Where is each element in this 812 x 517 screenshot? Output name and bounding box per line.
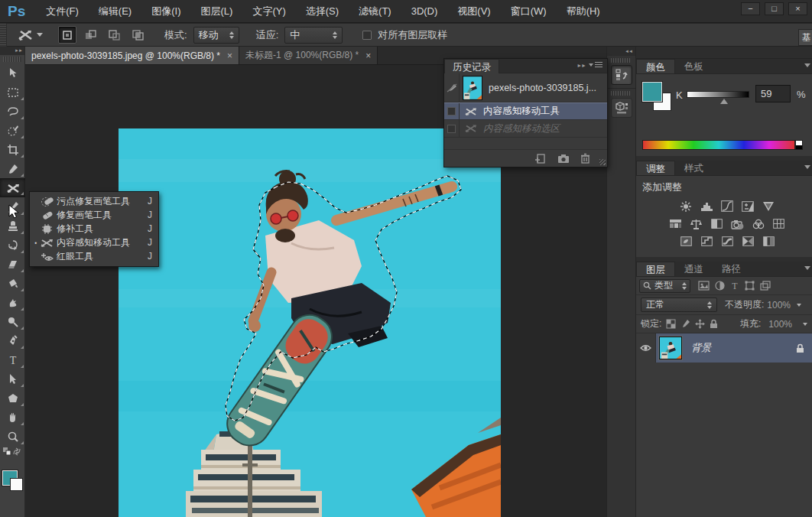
menu-edit[interactable]: 编辑(E) bbox=[89, 0, 141, 23]
panel-resize-grip[interactable] bbox=[599, 159, 606, 165]
menu-layer[interactable]: 图层(L) bbox=[190, 0, 242, 23]
photo-filter-icon[interactable] bbox=[731, 218, 745, 229]
k-slider-thumb[interactable] bbox=[720, 99, 728, 104]
history-panel-header[interactable]: 历史记录 ►► bbox=[444, 59, 607, 73]
panel-menu-icon[interactable] bbox=[804, 165, 810, 169]
selective-color-icon[interactable] bbox=[762, 236, 775, 247]
menu-window[interactable]: 窗口(W) bbox=[501, 0, 557, 23]
gradient-map-icon[interactable] bbox=[741, 236, 755, 247]
history-entry-disabled[interactable]: 内容感知移动选区 bbox=[444, 120, 607, 138]
lock-all-icon[interactable] bbox=[710, 319, 718, 329]
toolbar-collapse-button[interactable]: ►► bbox=[0, 47, 24, 55]
workspace-button[interactable]: 基 bbox=[798, 29, 812, 46]
document-tab-2[interactable]: 未标题-1 @ 100%(RGB/8) * × bbox=[239, 47, 378, 64]
history-snapshot-row[interactable]: pexels-photo-3039185.j... bbox=[444, 73, 607, 102]
dodge-tool[interactable] bbox=[0, 312, 25, 331]
lasso-tool[interactable] bbox=[0, 102, 25, 121]
menu-select[interactable]: 选择(S) bbox=[296, 0, 349, 23]
shape-tool[interactable] bbox=[0, 389, 25, 408]
filter-pixel-layers-icon[interactable] bbox=[698, 281, 710, 291]
color-spectrum-ramp[interactable] bbox=[642, 140, 795, 150]
filter-type-layers-icon[interactable]: T bbox=[730, 281, 739, 291]
tab-channels[interactable]: 通道 bbox=[675, 262, 713, 276]
crop-tool[interactable] bbox=[0, 140, 25, 159]
panel-menu-icon[interactable] bbox=[804, 63, 810, 67]
close-icon[interactable]: × bbox=[227, 50, 232, 61]
levels-icon[interactable] bbox=[700, 200, 713, 212]
new-selection-button[interactable] bbox=[58, 26, 76, 44]
options-bar-grip[interactable] bbox=[0, 24, 7, 47]
lock-transparency-icon[interactable] bbox=[666, 319, 676, 329]
new-snapshot-camera-icon[interactable] bbox=[557, 154, 570, 164]
properties-panel-button[interactable] bbox=[611, 98, 632, 118]
k-slider[interactable] bbox=[687, 91, 749, 98]
hue-saturation-icon[interactable] bbox=[669, 218, 683, 229]
eyedropper-tool[interactable] bbox=[0, 159, 25, 178]
menu-image[interactable]: 图像(I) bbox=[141, 0, 190, 23]
rectangular-marquee-tool[interactable] bbox=[0, 83, 25, 102]
k-value-input[interactable]: 59 bbox=[755, 85, 791, 102]
black-white-icon[interactable] bbox=[710, 218, 724, 229]
tab-layers[interactable]: 图层 bbox=[636, 262, 675, 276]
minimize-button[interactable]: − bbox=[741, 2, 760, 15]
maximize-button[interactable]: □ bbox=[765, 2, 784, 15]
zoom-tool[interactable] bbox=[0, 427, 25, 446]
layer-filter-type-select[interactable]: 类型 bbox=[639, 279, 690, 293]
filter-smart-objects-icon[interactable] bbox=[760, 281, 771, 291]
content-aware-move-tool[interactable] bbox=[0, 178, 25, 197]
canvas[interactable] bbox=[119, 128, 501, 517]
fill-value[interactable]: 100% bbox=[768, 319, 792, 330]
posterize-icon[interactable] bbox=[700, 236, 713, 247]
menu-filter[interactable]: 滤镜(T) bbox=[349, 0, 401, 23]
history-panel-button[interactable] bbox=[611, 65, 632, 85]
curves-icon[interactable] bbox=[720, 200, 734, 212]
lock-pixels-icon[interactable] bbox=[680, 319, 690, 329]
pen-tool[interactable] bbox=[0, 331, 25, 350]
menu-help[interactable]: 帮助(H) bbox=[557, 0, 610, 23]
gradient-tool[interactable] bbox=[0, 274, 25, 293]
close-icon[interactable]: × bbox=[365, 50, 371, 61]
swap-colors-icon[interactable] bbox=[12, 447, 21, 456]
menu-item-spot-healing-brush[interactable]: 污点修复画笔工具 J bbox=[30, 194, 158, 208]
brightness-contrast-icon[interactable] bbox=[679, 200, 693, 212]
fit-select[interactable]: 中 bbox=[284, 27, 343, 44]
vibrance-icon[interactable] bbox=[762, 200, 775, 212]
menu-item-content-aware-move[interactable]: ▪ 内容感知移动工具 J bbox=[30, 236, 158, 249]
close-button[interactable]: × bbox=[788, 2, 807, 15]
history-brush-source-well[interactable] bbox=[444, 73, 460, 102]
panel-menu-icon[interactable] bbox=[804, 266, 810, 270]
tab-swatches[interactable]: 色板 bbox=[675, 59, 713, 73]
default-colors-icon[interactable] bbox=[3, 447, 11, 456]
invert-icon[interactable] bbox=[679, 236, 693, 247]
layer-visibility-toggle[interactable] bbox=[636, 333, 656, 363]
history-entry-selected[interactable]: 内容感知移动工具 bbox=[444, 102, 607, 120]
menu-item-patch-tool[interactable]: 修补工具 J bbox=[30, 222, 158, 236]
document-tab-1[interactable]: pexels-photo-3039185.jpeg @ 100%(RGB/8) … bbox=[25, 47, 239, 64]
dock-grip[interactable] bbox=[611, 58, 632, 63]
tab-adjustments[interactable]: 调整 bbox=[636, 161, 675, 175]
foreground-color-swatch[interactable] bbox=[642, 82, 662, 102]
color-lookup-icon[interactable] bbox=[772, 218, 786, 229]
menu-item-red-eye[interactable]: 红眼工具 J bbox=[30, 249, 158, 263]
menu-3d[interactable]: 3D(D) bbox=[401, 0, 448, 23]
menu-type[interactable]: 文字(Y) bbox=[242, 0, 295, 23]
panel-menu-icon[interactable] bbox=[589, 62, 603, 68]
tab-color[interactable]: 颜色 bbox=[636, 59, 675, 73]
quick-selection-tool[interactable] bbox=[0, 121, 25, 140]
hand-tool[interactable] bbox=[0, 408, 25, 427]
intersect-selection-button[interactable] bbox=[129, 26, 148, 44]
move-tool[interactable] bbox=[0, 63, 25, 83]
threshold-icon[interactable] bbox=[720, 236, 734, 247]
tab-paths[interactable]: 路径 bbox=[713, 262, 750, 276]
history-state-checkbox[interactable] bbox=[444, 120, 460, 137]
tool-preset-picker[interactable] bbox=[15, 28, 46, 43]
smudge-tool[interactable] bbox=[0, 293, 25, 312]
menu-item-healing-brush[interactable]: 修复画笔工具 J bbox=[30, 208, 158, 222]
layer-row-background[interactable]: 背景 bbox=[636, 333, 812, 363]
delete-trash-icon[interactable] bbox=[580, 153, 590, 164]
filter-shape-layers-icon[interactable] bbox=[745, 281, 755, 291]
subtract-from-selection-button[interactable] bbox=[106, 26, 124, 44]
opacity-value[interactable]: 100% bbox=[767, 300, 791, 311]
dock-grip[interactable] bbox=[611, 91, 632, 96]
mode-select[interactable]: 移动 bbox=[193, 27, 239, 44]
